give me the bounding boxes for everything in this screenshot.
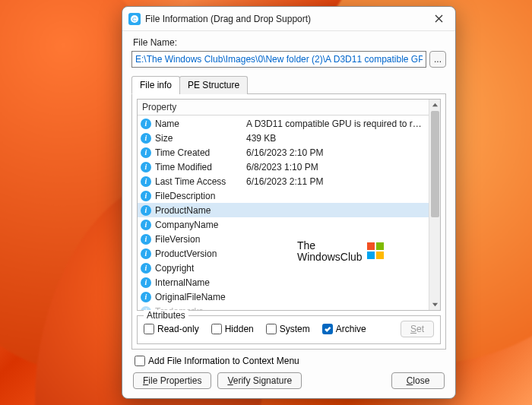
property-header: Property [138, 100, 440, 115]
titlebar: C File Information (Drag and Drop Suppor… [122, 7, 455, 31]
archive-checkbox[interactable]: Archive [322, 324, 366, 334]
property-list: Property iNameA D3D11 compatible GPU is … [137, 99, 441, 311]
property-row[interactable]: iTrademarks [138, 304, 429, 310]
scroll-up-icon[interactable] [431, 101, 439, 109]
info-icon: i [141, 176, 151, 187]
filename-input[interactable] [131, 51, 426, 68]
tab-file-info[interactable]: File info [131, 76, 180, 94]
property-row[interactable]: iTime Created6/16/2023 2:10 PM [138, 145, 429, 160]
scroll-thumb[interactable] [431, 111, 439, 217]
context-menu-checkbox[interactable]: Add File Information to Context Menu [135, 356, 299, 366]
file-information-dialog: C File Information (Drag and Drop Suppor… [122, 6, 456, 399]
property-name: FileVersion [155, 234, 246, 245]
system-checkbox[interactable]: System [266, 324, 310, 334]
property-value: 6/16/2023 2:10 PM [246, 147, 426, 158]
property-row[interactable]: iOriginalFileName [138, 290, 429, 304]
tabs: File info PE Structure [131, 75, 446, 94]
property-name: CompanyName [155, 220, 246, 230]
info-icon: i [141, 133, 151, 144]
info-icon: i [141, 205, 151, 216]
property-row[interactable]: iLast Time Access6/16/2023 2:11 PM [138, 174, 429, 188]
info-icon: i [141, 119, 151, 129]
scrollbar[interactable] [429, 100, 440, 310]
property-row[interactable]: iNameA D3D11 compatible GPU is required … [138, 116, 429, 131]
property-name: FileDescription [155, 191, 246, 201]
property-row[interactable]: iFileDescription [138, 188, 429, 203]
info-icon: i [141, 147, 151, 158]
info-icon: i [141, 191, 151, 201]
readonly-checkbox[interactable]: Read-only [144, 324, 199, 334]
close-button[interactable]: Close [391, 372, 445, 389]
property-name: Time Modified [155, 162, 246, 172]
info-icon: i [141, 277, 151, 288]
browse-button[interactable]: ... [429, 51, 446, 68]
attributes-group: Attributes Read-only Hidden System Archi… [137, 315, 441, 344]
close-icon[interactable] [423, 8, 454, 30]
property-row[interactable]: iSize439 KB [138, 131, 429, 145]
property-name: Size [155, 133, 246, 144]
file-info-panel: Property iNameA D3D11 compatible GPU is … [131, 94, 446, 350]
property-name: ProductVersion [155, 248, 246, 259]
set-button[interactable]: Set [401, 321, 434, 337]
app-icon: C [128, 13, 141, 25]
property-value: 439 KB [246, 133, 426, 144]
info-icon: i [141, 234, 151, 245]
window-title: File Information (Drag and Drop Support) [145, 14, 311, 24]
file-properties-button[interactable]: File Properties [133, 372, 211, 389]
info-icon: i [141, 263, 151, 274]
property-row[interactable]: iFileVersion [138, 232, 429, 246]
filename-label: File Name: [133, 37, 446, 48]
property-name: ProductName [155, 205, 246, 216]
info-icon: i [141, 220, 151, 230]
property-row[interactable]: iCopyright [138, 261, 429, 275]
property-name: OriginalFileName [155, 292, 246, 302]
info-icon: i [141, 292, 151, 302]
property-name: Time Created [155, 147, 246, 158]
hidden-checkbox[interactable]: Hidden [211, 324, 254, 334]
property-row[interactable]: iCompanyName [138, 217, 429, 232]
info-icon: i [141, 162, 151, 172]
scroll-down-icon[interactable] [431, 300, 439, 308]
verify-signature-button[interactable]: Verify Signature [217, 372, 302, 389]
property-name: Last Time Access [155, 176, 246, 187]
property-name: Name [155, 119, 246, 129]
property-row[interactable]: iTime Modified6/8/2023 1:10 PM [138, 160, 429, 174]
property-value: 6/8/2023 1:10 PM [246, 162, 426, 172]
property-value: 6/16/2023 2:11 PM [246, 176, 426, 187]
property-row[interactable]: iProductVersion [138, 246, 429, 261]
attributes-title: Attributes [144, 310, 188, 321]
svg-text:C: C [132, 16, 137, 23]
tab-pe-structure[interactable]: PE Structure [179, 76, 248, 94]
info-icon: i [141, 248, 151, 259]
property-row[interactable]: iInternalName [138, 275, 429, 290]
property-name: InternalName [155, 277, 246, 288]
property-value: A D3D11 compatible GPU is required to ru… [246, 119, 426, 129]
property-row[interactable]: iProductName [138, 203, 429, 217]
property-name: Copyright [155, 263, 246, 274]
